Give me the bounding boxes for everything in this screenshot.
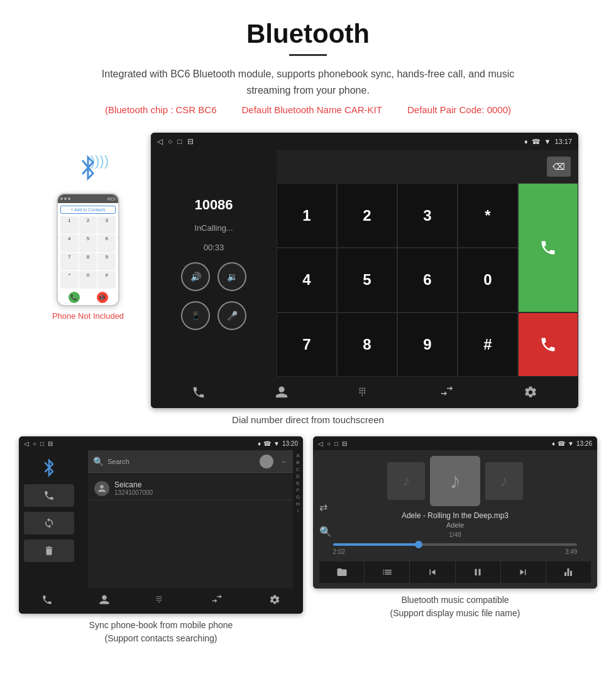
shuffle-icon[interactable]: ⇄ <box>319 501 332 513</box>
music-song-title: Adele - Rolling In the Deep.mp3 <box>402 511 509 520</box>
dial-key-9[interactable]: 9 <box>397 313 458 377</box>
call-accept-button[interactable] <box>518 183 578 312</box>
dial-key-7[interactable]: 7 <box>277 313 337 377</box>
music-body: ⇄ 🔍 ♪ ♪ ♪ <box>313 450 597 589</box>
album-art-row: ♪ ♪ ♪ <box>387 456 523 506</box>
call-status: InCalling... <box>194 223 233 233</box>
dial-key-2[interactable]: 2 <box>337 183 397 248</box>
spec3: Default Pair Code: 0000) <box>407 104 511 115</box>
music-time-total: 3:49 <box>565 548 577 555</box>
call-controls-2: 📱 🎤 <box>181 301 246 330</box>
album-art-prev: ♪ <box>387 462 425 500</box>
accept-call-icon <box>539 239 557 257</box>
android-status-bar: ◁ ○ □ ⊟ ♦ ☎ ▼ 13:17 <box>151 133 578 150</box>
phone-key-3: 3 <box>97 216 116 234</box>
music-track-info: 1/48 <box>449 531 461 538</box>
pb-bottom-transfer-icon[interactable] <box>212 594 223 608</box>
volume-down-button[interactable]: 🔉 <box>217 262 246 291</box>
phone-call-button[interactable]: 📞 <box>69 292 80 303</box>
nav-notification-icon: ⊟ <box>187 137 194 146</box>
dial-key-6[interactable]: 6 <box>397 248 458 313</box>
dial-key-0[interactable]: 0 <box>458 248 518 313</box>
music-note-main-icon: ♪ <box>449 468 461 494</box>
dial-key-3[interactable]: 3 <box>397 183 458 248</box>
music-note-next-icon: ♪ <box>500 472 508 490</box>
album-art-next: ♪ <box>485 462 523 500</box>
phone-dot-2 <box>64 197 67 200</box>
phonebook-sidebar <box>19 450 88 589</box>
next-track-btn[interactable] <box>501 562 546 583</box>
bottom-contacts-icon[interactable] <box>269 380 294 405</box>
playlist-icon-btn[interactable] <box>365 562 410 583</box>
call-right-panel: ⌫ 1 2 3 * 4 5 6 0 <box>277 150 578 377</box>
delete-sidebar-button[interactable] <box>24 539 74 562</box>
page-header: Bluetooth Integrated with BC6 Bluetooth … <box>0 0 616 133</box>
pb-clock: 13:20 <box>282 440 298 447</box>
phone-add-contacts-label: + Add to Contacts <box>60 206 116 214</box>
music-wifi-icon: ▼ <box>568 440 574 447</box>
pb-bottom-call-icon[interactable] <box>41 594 53 608</box>
dial-key-star[interactable]: * <box>458 183 518 248</box>
bottom-call-icon[interactable] <box>186 380 211 405</box>
mute-icon: 🎤 <box>227 311 238 321</box>
bluetooth-sidebar-button[interactable] <box>24 456 74 479</box>
phone-key-2: 2 <box>79 216 97 234</box>
back-arrow-icon: ← <box>281 458 288 465</box>
pb-nav-home: ○ <box>33 440 36 447</box>
play-pause-btn[interactable] <box>456 562 501 583</box>
dial-key-4[interactable]: 4 <box>277 248 337 313</box>
pb-wifi-icon: ▼ <box>273 440 280 447</box>
music-progress-fill <box>333 543 419 546</box>
music-nav-notif: ⊟ <box>342 440 347 447</box>
equalizer-icon-btn[interactable] <box>546 562 591 583</box>
music-caption-line2: (Support display music file name) <box>390 607 520 620</box>
folder-icon-btn[interactable] <box>319 562 365 583</box>
phonebook-search-bar: 🔍 Search ← <box>88 450 293 473</box>
mute-button[interactable]: 🎤 <box>217 301 246 330</box>
pb-nav-recent: □ <box>40 440 44 447</box>
phone-not-included-label: Phone Not Included <box>52 311 124 321</box>
music-nav-back: ◁ <box>318 440 323 447</box>
phonebook-main: 🔍 Search ← Seicane 13241007000 <box>88 450 293 589</box>
alpha-F: F <box>297 487 300 493</box>
bottom-settings-icon[interactable] <box>518 380 543 405</box>
wifi-icon: ▼ <box>544 138 551 145</box>
sync-sidebar-button[interactable] <box>24 512 74 534</box>
phone-status-bar: MOI <box>58 194 118 203</box>
pb-call-icon: ☎ <box>263 440 271 447</box>
android-bottom-bar <box>151 377 578 408</box>
spec1: (Bluetooth chip : CSR BC6 <box>105 104 217 115</box>
dial-key-5[interactable]: 5 <box>337 248 397 313</box>
call-icon: ☎ <box>532 138 541 146</box>
bottom-transfer-icon[interactable] <box>435 380 460 405</box>
android-call-screen: ◁ ○ □ ⊟ ♦ ☎ ▼ 13:17 10086 InCalling... 0… <box>151 133 578 408</box>
dial-key-hash[interactable]: # <box>458 313 518 377</box>
nav-back-icon: ◁ <box>157 137 163 146</box>
bottom-dialpad-icon[interactable] <box>352 380 377 405</box>
transfer-button[interactable]: 📱 <box>181 301 210 330</box>
dial-key-1[interactable]: 1 <box>277 183 337 248</box>
clock: 13:17 <box>554 138 572 145</box>
alpha-I: I <box>297 508 299 514</box>
phone-mock: MOI + Add to Contacts 1 2 3 4 5 6 7 8 9 … <box>57 193 119 306</box>
dial-key-8[interactable]: 8 <box>337 313 397 377</box>
volume-down-icon: 🔉 <box>227 272 238 282</box>
pb-bottom-dialpad-icon[interactable] <box>155 594 167 608</box>
phone-sidebar-button[interactable] <box>24 484 74 507</box>
music-progress-dot <box>415 541 422 548</box>
bluetooth-illustration: )))) <box>66 152 110 189</box>
prev-track-btn[interactable] <box>410 562 455 583</box>
pb-bottom-contacts-icon[interactable] <box>99 594 110 608</box>
alpha-A: A <box>296 453 299 458</box>
phone-end-button[interactable]: 📵 <box>97 292 108 303</box>
search-music-icon[interactable]: 🔍 <box>319 526 332 538</box>
contact-item[interactable]: Seicane 13241007000 <box>88 477 293 501</box>
volume-up-button[interactable]: 🔊 <box>181 262 210 291</box>
backspace-button[interactable]: ⌫ <box>547 157 571 177</box>
alpha-G: G <box>296 494 300 500</box>
call-end-button[interactable] <box>518 313 578 377</box>
alpha-H: H <box>296 501 300 507</box>
music-call-icon: ☎ <box>558 440 565 447</box>
pb-bottom-settings-icon[interactable] <box>269 594 280 608</box>
music-nav-home: ○ <box>327 440 331 447</box>
